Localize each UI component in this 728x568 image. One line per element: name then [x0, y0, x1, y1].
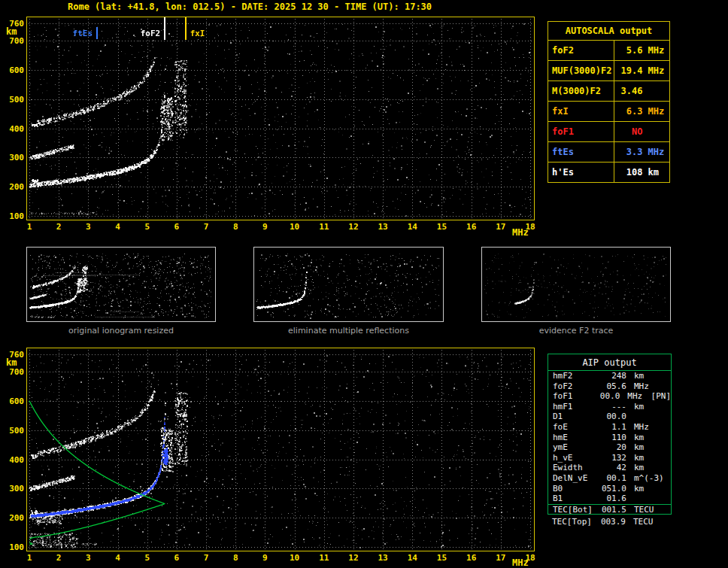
x-axis-tick: 13: [375, 553, 390, 563]
param-label: Ewidth: [548, 463, 596, 473]
table-row: DelN_vE00.1m^(-3): [548, 473, 671, 484]
param-extra: [658, 433, 671, 443]
table-row: ymE20km: [548, 442, 671, 453]
param-label: foF1: [548, 122, 614, 141]
param-unit: km: [626, 371, 658, 381]
autoscala-table: AUTOSCALA output foF2 5.6MHz MUF(3000)F2…: [548, 21, 670, 183]
param-value: 3.3: [617, 142, 643, 162]
fxI-marker: [185, 17, 187, 40]
y-axis-tick: 200: [1, 182, 24, 192]
param-value: 132: [596, 453, 626, 463]
table-row: h_vE132km: [548, 453, 671, 463]
param-label: hmF2: [548, 371, 596, 381]
param-value: 001.5: [596, 505, 626, 515]
table-row: ftEs 3.3MHz: [548, 141, 669, 162]
param-label: B1: [548, 494, 596, 504]
param-label: foE: [548, 422, 596, 433]
y-axis-tick: 200: [1, 513, 24, 523]
param-value: 00.1: [596, 473, 626, 484]
param-value: 108: [617, 163, 643, 182]
y-axis-tick: 760: [1, 19, 24, 29]
thumb-caption: evidence F2 trace: [481, 326, 671, 336]
table-row: foF2 5.6MHz: [548, 40, 669, 60]
x-axis-tick: 12: [346, 222, 361, 232]
x-axis-tick: 18: [523, 553, 538, 563]
param-extra: [658, 463, 671, 473]
x-axis-tick: 15: [434, 222, 449, 232]
y-axis-tick: 100: [1, 211, 24, 221]
x-axis-tick: 6: [169, 222, 184, 232]
param-unit: [643, 122, 667, 141]
param-value: 00.0: [593, 391, 620, 402]
table-row: hmF2248km: [548, 371, 671, 381]
param-value: 5.6: [617, 41, 643, 60]
ftEs-marker-label: ftEs: [59, 29, 93, 38]
param-value: 19.4: [617, 61, 643, 80]
x-axis-tick: 8: [228, 553, 243, 563]
param-value: NO: [617, 122, 643, 141]
param-unit: km: [626, 453, 658, 463]
table-row: foF1 NO: [548, 121, 669, 141]
param-label: h_vE: [548, 453, 596, 463]
ionogram-top-canvas: [27, 17, 534, 220]
param-unit: km: [626, 442, 658, 453]
x-axis-tick: 16: [464, 222, 479, 232]
x-axis-tick: 12: [346, 553, 361, 563]
y-axis-tick: 600: [1, 65, 24, 75]
param-value: 248: [596, 371, 626, 381]
x-axis-tick: 10: [287, 553, 302, 563]
x-axis-tick: 2: [51, 553, 66, 563]
x-axis-tick: 3: [80, 222, 96, 232]
param-extra: [658, 381, 671, 392]
x-axis-tick: 6: [169, 553, 184, 563]
table-row: MUF(3000)F2 19.4MHz: [548, 60, 669, 80]
x-axis-tick: 8: [228, 222, 243, 232]
param-extra: [658, 412, 671, 422]
x-axis-tick: 5: [140, 222, 155, 232]
param-label: D1: [548, 412, 596, 422]
table-row: foF205.6MHz: [548, 381, 671, 392]
param-value: 1.1: [596, 422, 626, 433]
aip-table-title: AIP output: [548, 354, 671, 371]
thumb-caption: original ionogram resized: [26, 326, 216, 336]
param-label: fxI: [548, 102, 614, 121]
y-axis-tick: 400: [1, 455, 24, 465]
table-row: hmF1---km: [548, 402, 671, 412]
param-label: TEC[Bot]: [548, 505, 596, 515]
param-unit: MHz: [643, 61, 667, 80]
param-unit: km: [643, 163, 667, 182]
foF2-marker: [164, 17, 165, 40]
param-value: 051.0: [596, 484, 626, 494]
ionogram-bottom-plot: [26, 348, 535, 551]
thumb-caption: eliminate multiple reflections: [253, 326, 444, 336]
x-axis-tick: 9: [257, 222, 272, 232]
param-label: ymE: [548, 442, 596, 453]
x-axis-tick: 14: [405, 553, 420, 563]
param-label: foF2: [548, 41, 614, 60]
param-unit: km: [626, 463, 658, 473]
y-axis-tick: 600: [1, 396, 24, 406]
param-extra: [PN]: [650, 391, 672, 402]
thumb-eliminate-multiples-canvas: [254, 248, 443, 321]
thumb-evidence-f2-canvas: [482, 248, 670, 321]
param-unit: m^(-3): [626, 473, 658, 484]
param-value: 20: [596, 442, 626, 453]
y-axis-tick: 700: [1, 367, 24, 377]
param-label: h'Es: [548, 163, 614, 182]
param-unit: km: [626, 402, 658, 412]
y-axis-tick: 100: [1, 542, 24, 552]
param-unit: km: [626, 433, 658, 443]
y-axis-tick: 500: [1, 95, 24, 105]
table-row: h'Es 108km: [548, 162, 669, 182]
thumb-evidence-f2: [481, 247, 671, 322]
param-unit: MHz: [643, 142, 667, 162]
ionogram-bottom-canvas: [27, 348, 534, 551]
param-value: 3.46: [617, 81, 643, 101]
param-extra: [658, 402, 671, 412]
x-axis-tick: 9: [257, 553, 272, 563]
table-row: D100.0: [548, 412, 671, 422]
param-unit: TECU: [626, 517, 657, 527]
x-axis-tick: 17: [493, 222, 508, 232]
table-row: fxI 6.3MHz: [548, 101, 669, 121]
ionogram-top-plot: [26, 17, 535, 220]
